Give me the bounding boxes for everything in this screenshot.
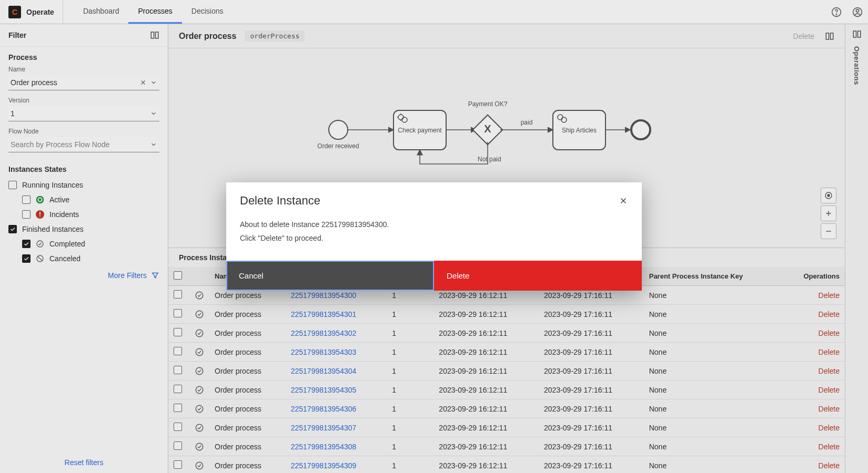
modal-close-icon[interactable] bbox=[619, 196, 628, 205]
modal-delete-button[interactable]: Delete bbox=[434, 261, 642, 291]
modal-title: Delete Instance bbox=[240, 194, 320, 208]
modal-cancel-button[interactable]: Cancel bbox=[226, 261, 434, 291]
delete-instance-modal: Delete Instance About to delete Instance… bbox=[226, 182, 642, 290]
modal-body-line1: About to delete Instance 225179981395430… bbox=[240, 218, 628, 231]
modal-backdrop: Delete Instance About to delete Instance… bbox=[0, 0, 868, 473]
modal-body-line2: Click "Delete" to proceed. bbox=[240, 232, 628, 245]
